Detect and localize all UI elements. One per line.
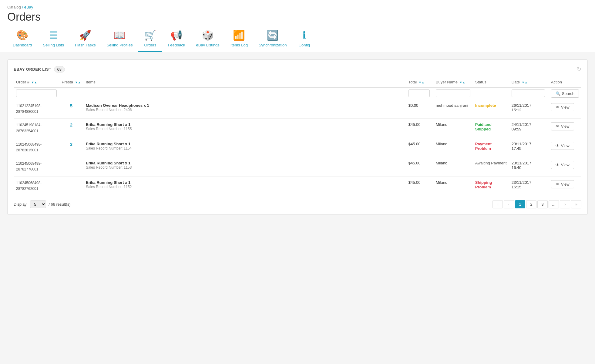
- nav-label-ebay-listings: eBay Listings: [196, 43, 219, 47]
- col-header-presta[interactable]: Presta ▼▲: [59, 77, 83, 88]
- view-button-3[interactable]: 👁 View: [551, 161, 574, 169]
- breadcrumb-catalog[interactable]: Catalog: [7, 5, 21, 9]
- display-label: Display:: [14, 202, 28, 207]
- nav-label-dashboard: Dashboard: [13, 43, 32, 47]
- nav-item-selling-profiles[interactable]: 📖 Selling Profiles: [101, 27, 138, 52]
- filter-order-input[interactable]: [16, 89, 57, 97]
- orders-icon: 🛒: [144, 29, 156, 41]
- card-title: EBAY ORDER LIST: [14, 67, 52, 72]
- presta-link-1[interactable]: 2: [70, 122, 72, 127]
- filter-buyer-input[interactable]: [436, 89, 470, 97]
- nav-label-orders: Orders: [144, 43, 156, 47]
- item-record-1: Sales Record Number: 1155: [86, 127, 404, 131]
- cell-action-3: 👁 View: [549, 157, 581, 176]
- cell-date-0: 26/11/201715:12: [509, 99, 549, 119]
- item-name-0: Madison Overear Headphones x 1: [86, 103, 404, 108]
- cell-status-1: Paid and Shipped: [473, 119, 509, 138]
- cell-total-1: $45.00: [406, 119, 433, 138]
- col-header-status: Status: [473, 77, 509, 88]
- sort-presta-icon[interactable]: ▼▲: [75, 81, 81, 84]
- nav-label-synchronization: Synchronization: [259, 43, 287, 47]
- table-header-row: Order # ▼▲ Presta ▼▲ Items Total ▼▲ Buye…: [14, 77, 581, 88]
- cell-presta-2: 3: [59, 138, 83, 157]
- cell-total-4: $45.00: [406, 176, 433, 195]
- view-button-0[interactable]: 👁 View: [551, 103, 574, 111]
- nav-label-selling-lists: Selling Lists: [43, 43, 64, 47]
- presta-link-0[interactable]: 5: [70, 103, 72, 108]
- order-number-3: 110245068498-28782776001: [16, 161, 42, 171]
- refresh-icon[interactable]: ↻: [577, 66, 581, 72]
- eye-icon-2: 👁: [556, 143, 560, 148]
- view-button-4[interactable]: 👁 View: [551, 180, 574, 188]
- page-last[interactable]: »: [571, 200, 581, 208]
- cell-buyer-2: Milano: [433, 138, 473, 157]
- presta-link-2[interactable]: 3: [70, 142, 72, 147]
- nav-item-flash-tasks[interactable]: 🚀 Flash Tasks: [69, 27, 101, 52]
- view-button-1[interactable]: 👁 View: [551, 122, 574, 130]
- col-header-total[interactable]: Total ▼▲: [406, 77, 433, 88]
- filter-date-input[interactable]: [512, 89, 545, 97]
- cell-presta-4: [59, 176, 83, 195]
- cell-status-4: Shipping Problem: [473, 176, 509, 195]
- filter-total-input[interactable]: [408, 89, 430, 97]
- orders-table: Order # ▼▲ Presta ▼▲ Items Total ▼▲ Buye…: [14, 77, 581, 195]
- cell-items-4: Erika Running Short x 1 Sales Record Num…: [83, 176, 406, 195]
- cell-buyer-4: Milano: [433, 176, 473, 195]
- synchronization-icon: 🔄: [267, 29, 279, 41]
- cell-order-2: 110245068498-28782815001: [14, 138, 59, 157]
- status-badge-4: Shipping Problem: [475, 180, 492, 189]
- page-2[interactable]: 2: [526, 200, 536, 208]
- col-header-items: Items: [83, 77, 406, 88]
- view-button-2[interactable]: 👁 View: [551, 142, 574, 150]
- page-prev: ‹: [504, 200, 514, 208]
- cell-total-3: $45.00: [406, 157, 433, 176]
- ebay-listings-icon: 🎲: [202, 29, 214, 41]
- cell-items-1: Erika Running Short x 1 Sales Record Num…: [83, 119, 406, 138]
- item-record-2: Sales Record Number: 1154: [86, 146, 404, 150]
- sort-total-icon[interactable]: ▼▲: [419, 81, 425, 84]
- search-button[interactable]: 🔍 Search: [551, 89, 579, 98]
- cell-presta-3: [59, 157, 83, 176]
- nav-label-config: Config: [299, 43, 310, 47]
- col-header-action: Action: [549, 77, 581, 88]
- page-next[interactable]: ›: [560, 200, 570, 208]
- page-3[interactable]: 3: [537, 200, 548, 208]
- nav-item-synchronization[interactable]: 🔄 Synchronization: [253, 27, 292, 52]
- sort-order-icon[interactable]: ▼▲: [31, 81, 37, 84]
- sort-date-icon[interactable]: ▼▲: [522, 81, 528, 84]
- sort-buyer-icon[interactable]: ▼▲: [459, 81, 466, 84]
- filter-status-cell: [473, 88, 509, 100]
- nav-item-ebay-listings[interactable]: 🎲 eBay Listings: [190, 27, 225, 52]
- cell-action-1: 👁 View: [549, 119, 581, 138]
- nav-item-orders[interactable]: 🛒 Orders: [138, 27, 162, 52]
- nav-item-items-log[interactable]: 📶 Items Log: [225, 27, 253, 52]
- nav-item-dashboard[interactable]: 🎨 Dashboard: [7, 27, 38, 52]
- results-text: / 68 result(s): [49, 202, 70, 207]
- cell-presta-0: 5: [59, 99, 83, 119]
- page-1[interactable]: 1: [515, 200, 525, 208]
- page-ellipsis[interactable]: ...: [549, 200, 559, 208]
- col-header-order[interactable]: Order # ▼▲: [14, 77, 59, 88]
- table-row: 110245068498-28782815001 3 Erika Running…: [14, 138, 581, 157]
- pagination: «‹123...›»: [492, 200, 581, 208]
- items-log-icon: 📶: [233, 29, 245, 41]
- status-badge-0: Incomplete: [475, 103, 496, 108]
- cell-date-2: 23/11/201717:45: [509, 138, 549, 157]
- nav-item-feedback[interactable]: 📢 Feedback: [162, 27, 190, 52]
- nav-item-selling-lists[interactable]: ☰ Selling Lists: [38, 27, 69, 52]
- col-header-date[interactable]: Date ▼▲: [509, 77, 549, 88]
- main-content: EBAY ORDER LIST 68 ↻ Order # ▼▲ Presta ▼…: [0, 52, 595, 222]
- cell-date-4: 23/11/201716:15: [509, 176, 549, 195]
- cell-order-4: 110245068498-28782762001: [14, 176, 59, 195]
- cell-total-2: $45.00: [406, 138, 433, 157]
- status-badge-1: Paid and Shipped: [475, 122, 492, 131]
- cell-action-4: 👁 View: [549, 176, 581, 195]
- nav-item-config[interactable]: ℹ Config: [292, 27, 316, 52]
- display-select[interactable]: 5 10 25 50: [30, 201, 46, 208]
- col-header-buyer[interactable]: Buyer Name ▼▲: [433, 77, 473, 88]
- filter-buyer-cell: [433, 88, 473, 100]
- cell-buyer-1: Milano: [433, 119, 473, 138]
- order-number-1: 110245198184-28783254001: [16, 123, 42, 133]
- flash-tasks-icon: 🚀: [79, 29, 91, 41]
- item-record-3: Sales Record Number: 1153: [86, 165, 404, 170]
